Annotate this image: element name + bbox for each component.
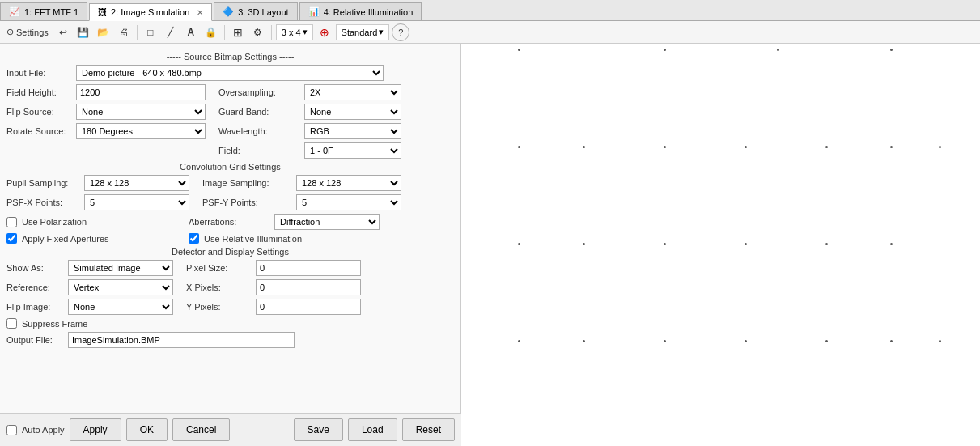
- image-sampling-select[interactable]: 128 x 128: [296, 175, 401, 191]
- help-button[interactable]: ?: [392, 23, 409, 41]
- tab-img-close[interactable]: ✕: [197, 8, 203, 17]
- reference-select[interactable]: Vertex: [68, 279, 173, 295]
- image-dot: [745, 146, 747, 148]
- tab-ri-icon: 📊: [308, 6, 320, 17]
- image-dot: [664, 340, 666, 342]
- tab-3d-layout[interactable]: 🔷 3: 3D Layout: [214, 2, 297, 20]
- lock-button[interactable]: 🔒: [202, 23, 220, 41]
- guard-band-label: Guard Band:: [218, 107, 299, 117]
- ok-button[interactable]: OK: [126, 418, 168, 441]
- image-dot: [890, 49, 893, 51]
- input-file-select[interactable]: Demo picture - 640 x 480.bmp: [76, 65, 384, 81]
- image-dot: [825, 146, 828, 148]
- standard-dropdown[interactable]: Standard ▾: [336, 24, 390, 40]
- output-file-label: Output File:: [6, 335, 63, 345]
- reference-row: Reference: Vertex X Pixels:: [6, 279, 454, 295]
- suppress-frame-row: Suppress Frame: [6, 318, 454, 329]
- image-dot: [890, 146, 893, 148]
- reference-label: Reference:: [6, 282, 63, 292]
- psf-x-select[interactable]: 5: [84, 194, 189, 210]
- auto-apply-checkbox[interactable]: [6, 425, 17, 435]
- suppress-frame-checkbox[interactable]: [6, 318, 17, 329]
- load-button[interactable]: Load: [348, 418, 397, 441]
- polarization-row: Use Polarization Aberrations: Diffractio…: [6, 214, 454, 230]
- pupil-sampling-select[interactable]: 128 x 128: [84, 175, 189, 191]
- settings2-button[interactable]: ⚙: [249, 23, 267, 41]
- undo-button[interactable]: ↩: [54, 23, 72, 41]
- tab-relative-illumination[interactable]: 📊 4: Relative Illumination: [299, 2, 422, 20]
- input-file-label: Input File:: [6, 68, 71, 78]
- flip-source-row: Flip Source: None Guard Band: None: [6, 104, 454, 120]
- x-pixels-label: X Pixels:: [186, 282, 251, 292]
- use-polarization-checkbox[interactable]: [6, 217, 17, 227]
- image-dot: [664, 49, 666, 51]
- use-relative-checkbox[interactable]: [189, 233, 199, 244]
- oversampling-label: Oversampling:: [218, 87, 299, 97]
- print-button[interactable]: 🖨: [115, 23, 133, 41]
- open-button[interactable]: 📂: [95, 23, 112, 41]
- tab-img-label: 2: Image Simulation: [111, 7, 189, 17]
- field-select[interactable]: 1 - 0F: [304, 142, 401, 159]
- image-dot: [825, 243, 828, 245]
- standard-dropdown-icon: ▾: [379, 27, 384, 37]
- flip-source-select[interactable]: None: [76, 104, 206, 120]
- settings-icon: ⊙: [6, 27, 14, 37]
- image-dot: [583, 340, 585, 342]
- use-polarization-label: Use Polarization: [22, 217, 184, 227]
- image-dot: [664, 243, 666, 245]
- reset-button[interactable]: Reset: [402, 418, 455, 441]
- output-file-input[interactable]: [68, 332, 295, 348]
- show-as-select[interactable]: Simulated Image: [68, 260, 173, 276]
- rotate-source-select[interactable]: 180 Degrees: [76, 123, 206, 139]
- x-pixels-input[interactable]: [256, 279, 361, 295]
- tab-fft-mtf-icon: 📈: [9, 6, 20, 17]
- save-toolbar-button[interactable]: 💾: [74, 23, 92, 41]
- grid-label: 3 x 4: [282, 28, 301, 37]
- source-bitmap-header: ----- Source Bitmap Settings -----: [6, 52, 454, 62]
- field-height-row: Field Height: Oversampling: 2X: [6, 84, 454, 100]
- auto-apply-label: Auto Apply: [22, 425, 65, 435]
- image-dot: [583, 243, 585, 245]
- wavelength-label: Wavelength:: [218, 126, 299, 136]
- grid-dropdown[interactable]: 3 x 4 ▾: [276, 24, 313, 40]
- save-button[interactable]: Save: [294, 418, 343, 441]
- standard-label: Standard: [342, 28, 378, 37]
- main-layout: ----- Source Bitmap Settings ----- Input…: [0, 44, 980, 446]
- aberrations-select[interactable]: Diffraction: [274, 214, 380, 230]
- image-dot: [939, 340, 941, 342]
- apply-fixed-checkbox[interactable]: [6, 233, 17, 244]
- apply-button[interactable]: Apply: [70, 418, 121, 441]
- flip-image-select[interactable]: None: [68, 299, 173, 315]
- pixel-size-input[interactable]: [256, 260, 361, 276]
- settings-button[interactable]: ⊙ Settings: [3, 27, 52, 37]
- flip-image-row: Flip Image: None Y Pixels:: [6, 299, 454, 315]
- grid-view-button[interactable]: ⊞: [229, 23, 247, 41]
- wavelength-select[interactable]: RGB: [304, 123, 401, 139]
- tab-fft-mtf-label: 1: FFT MTF 1: [24, 7, 78, 17]
- tab-img-icon: 🖼: [98, 7, 107, 17]
- psf-y-select[interactable]: 5: [296, 194, 401, 210]
- tab-image-simulation[interactable]: 🖼 2: Image Simulation ✕: [89, 3, 212, 21]
- y-pixels-input[interactable]: [256, 299, 361, 315]
- tab-bar: 📈 1: FFT MTF 1 🖼 2: Image Simulation ✕ 🔷…: [0, 0, 980, 21]
- draw-text-button[interactable]: A: [182, 23, 200, 41]
- field-height-input[interactable]: [76, 84, 206, 100]
- toolbar-sep2: [224, 25, 225, 40]
- guard-band-select[interactable]: None: [304, 104, 401, 120]
- psf-x-label: PSF-X Points:: [6, 198, 79, 207]
- image-dot: [518, 340, 520, 342]
- use-relative-label: Use Relative Illumination: [204, 234, 302, 244]
- tab-fft-mtf[interactable]: 📈 1: FFT MTF 1: [0, 2, 87, 20]
- convolution-grid-header: ----- Convolution Grid Settings -----: [6, 162, 454, 172]
- draw-line-button[interactable]: ╱: [162, 23, 180, 41]
- field-row: Field: 1 - 0F: [6, 142, 454, 159]
- image-dot: [825, 340, 828, 342]
- cancel-button[interactable]: Cancel: [172, 418, 230, 441]
- grid-dropdown-icon: ▾: [303, 27, 308, 37]
- oversampling-select[interactable]: 2X: [304, 84, 401, 100]
- input-file-row: Input File: Demo picture - 640 x 480.bmp: [6, 65, 454, 81]
- output-file-row: Output File:: [6, 332, 454, 348]
- draw-rect-button[interactable]: □: [142, 23, 159, 41]
- image-dot: [583, 146, 585, 148]
- add-button[interactable]: ⊕: [316, 23, 333, 41]
